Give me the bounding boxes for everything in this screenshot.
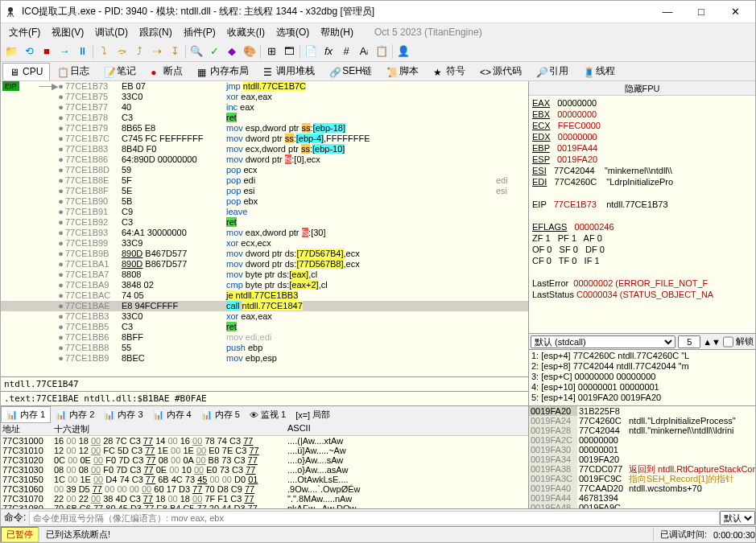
minimize-button[interactable]: — [651,2,684,22]
disasm-row[interactable]: ●77CE1B8D59pop ecx [1,165,528,175]
disasm-row[interactable]: ●77CE1BAEE8 94FCFFFFcall ntdll.77CE1847 [1,301,528,311]
open-icon[interactable]: 📁 [2,43,20,60]
stack-view[interactable]: 0019FA2031B225F80019FA2477C4260Cntdll."L… [529,405,755,508]
menu-debug[interactable]: 调试(D) [90,24,133,41]
dump-tab-3[interactable]: 📊 内存 3 [99,407,147,422]
stack-row[interactable]: 0019FA3C0019FC9C指向SEH_Record[1]的指针 [529,474,755,483]
stack-row[interactable]: 0019FA340019FA20 [529,455,755,464]
menu-help[interactable]: 帮助(H) [316,24,358,41]
registers-view[interactable]: EAX 00000000EBX 00000000ECX FFEC0000EDX … [529,96,755,333]
stack-row[interactable]: 0019FA3877CDC077返回到 ntdll.RtlCaptureStac… [529,464,755,474]
tb-10[interactable]: 👤 [395,43,412,60]
disasm-row[interactable]: ●77CE1B9364:A1 30000000mov eax,dword ptr… [1,228,528,238]
dump-row[interactable]: 77C310200C 00 0E 00 F0 7D C3 77 08 00 0A… [1,455,528,465]
disasm-row[interactable]: ●77CE1BB855push ebp [1,343,528,353]
disasm-row[interactable]: ●77CE1B7533C0xor eax,eax [1,92,528,102]
argcount-input[interactable] [678,335,700,348]
disasm-row[interactable]: ●77CE1BB5C3ret [1,322,528,332]
disasm-row[interactable]: ●77CE1BA93848 02cmp byte ptr ds:[eax+2],… [1,280,528,290]
disasm-row[interactable]: ●77CE1BA1890D B867D577mov dword ptr ds:[… [1,259,528,269]
trace-icon[interactable]: ⇢ [148,43,166,60]
disasm-row[interactable]: ●77CE1B798B65 E8mov esp,dword ptr ss:[eb… [1,123,528,134]
disasm-row[interactable]: ●77CE1B905Bpop ebx [1,196,528,207]
pause-icon[interactable]: ⏸ [73,43,91,60]
disasm-row[interactable]: ●77CE1B838B4D F0mov ecx,dword ptr ss:[eb… [1,144,528,154]
stack-row[interactable]: 0019FA2031B225F8 [529,406,755,416]
disasm-row[interactable]: ●77CE1BB68BFFmov edi,edi [1,332,528,343]
callconv-select[interactable]: 默认 (stdcall) [531,335,675,348]
menu-options[interactable]: 选项(O) [271,24,314,41]
stepout-icon[interactable]: ⤴ [130,43,148,60]
disasm-row[interactable]: ●77CE1BB98BECmov ebp,esp [1,353,528,364]
dump-row[interactable]: 77C3107022 00 22 00 38 4D C3 77 18 00 18… [1,494,528,504]
tb-7[interactable]: 📄 [302,43,320,60]
disasm-row[interactable]: ●77CE1B8664:890D 00000000mov dword ptr f… [1,154,528,165]
disasm-row[interactable]: ●77CE1B78C3ret [1,113,528,123]
runtill-icon[interactable]: ↧ [166,43,184,60]
dump-tab-5[interactable]: 📊 内存 5 [196,407,245,422]
stack-row[interactable]: 0019FA4077CAAD20ntdll.wcstombs+70 [529,483,755,493]
close-button[interactable]: ✕ [718,2,752,22]
tb-3[interactable]: ◆ [223,43,241,60]
memory-dump[interactable]: 地址 十六进制 ASCII 77C3100016 00 18 00 28 7C … [1,423,528,508]
run-icon[interactable]: → [56,43,73,60]
tab-threads[interactable]: 🧵线程 [576,61,622,81]
dump-row[interactable]: 77C3106000 39 D5 77 00 00 00 00 60 17 D3… [1,484,528,494]
disasm-row[interactable]: ●77CE1B8E5Fpop ediedi [1,175,528,186]
tb-4[interactable]: 🎨 [241,43,258,60]
disassembly-view[interactable]: EIP ──▶●77CE1B73EB 07jmp ntdll.77CE1B7C●… [1,81,528,376]
watch-tab[interactable]: 👁 监视 1 [245,407,291,422]
tb-font[interactable]: Aᵢ [355,43,373,60]
stack-row[interactable]: 0019FA4446781394 [529,493,755,503]
disasm-row[interactable]: ●77CE1B9933C9xor ecx,ecx [1,238,528,249]
disasm-row[interactable]: ●77CE1BB333C0xor eax,eax [1,311,528,322]
menu-trace[interactable]: 跟踪(N) [134,24,177,41]
fpu-toggle[interactable]: 隐藏FPU [529,81,755,96]
disasm-row[interactable]: ●77CE1B92C3ret [1,217,528,228]
menu-file[interactable]: 文件(F) [4,24,45,41]
disasm-row[interactable]: ●77CE1B9B890D B467D577mov dword ptr ds:[… [1,249,528,259]
disasm-row[interactable]: ──▶●77CE1B73EB 07jmp ntdll.77CE1B7C [1,81,528,92]
disasm-row[interactable]: ●77CE1BAC74 05je ntdll.77CE1BB3 [1,290,528,301]
menu-favorites[interactable]: 收藏夹(I) [222,24,270,41]
stop-icon[interactable]: ■ [38,43,56,60]
tab-source[interactable]: <>源代码 [473,61,529,81]
dump-tab-1[interactable]: 📊 内存 1 [1,406,51,423]
disasm-row[interactable]: ●77CE1BA78808mov byte ptr ds:[eax],cl [1,269,528,280]
stepover-icon[interactable]: ⤼ [113,43,130,60]
stack-row[interactable]: 0019FA480019FA9C [529,503,755,508]
disasm-row[interactable]: ●77CE1B91C9leave [1,207,528,217]
stack-row[interactable]: 0019FA2477C4260Cntdll."LdrpInitializePro… [529,416,755,426]
tab-seh[interactable]: 🔗SEH链 [322,61,379,81]
maximize-button[interactable]: □ [684,2,718,22]
lock-checkbox[interactable] [723,335,733,348]
menu-plugins[interactable]: 插件(P) [179,24,221,41]
restart-icon[interactable]: ⟲ [20,43,38,60]
tab-breakpoints[interactable]: ●断点 [143,61,190,81]
tab-symbols[interactable]: ★符号 [426,61,473,81]
tb-hash[interactable]: # [337,43,355,60]
tab-notes[interactable]: 📝笔记 [97,61,143,81]
tb-5[interactable]: ⊞ [262,43,280,60]
command-mode-select[interactable]: 默认 [720,511,755,525]
dump-tab-4[interactable]: 📊 内存 4 [148,407,196,422]
dump-row[interactable]: 77C3103008 00 08 00 F0 7D C3 77 0E 00 10… [1,465,528,475]
args-view[interactable]: 1: [esp+4] 77C4260C ntdll.77C4260C "L2: … [529,349,755,405]
stack-row[interactable]: 0019FA2C00000000 [529,435,755,445]
tb-9[interactable]: 📋 [373,43,390,60]
stack-row[interactable]: 0019FA2877C42044ntdll."minkernel\\ntdll\… [529,426,755,435]
command-input[interactable] [29,511,720,525]
stepinto-icon[interactable]: ⤵ [95,43,113,60]
tab-log[interactable]: 📋日志 [50,61,97,81]
tb-1[interactable]: 🔍 [188,43,205,60]
tab-cpu[interactable]: 🖥CPU [2,63,50,80]
tab-memory[interactable]: ▦内存布局 [190,61,256,81]
tb-2[interactable]: ✓ [205,43,223,60]
locals-tab[interactable]: [x=] 局部 [291,407,335,422]
disasm-row[interactable]: ●77CE1B8F5Epop esiesi [1,186,528,196]
dump-tab-2[interactable]: 📊 内存 2 [51,407,99,422]
disasm-row[interactable]: ●77CE1B7CC745 FC FEFFFFFFmov dword ptr s… [1,134,528,144]
tab-callstack[interactable]: ☰调用堆栈 [256,61,322,81]
tb-6[interactable]: 🗔 [280,43,298,60]
dump-row[interactable]: 77C3101012 00 12 00 FC 5D C3 77 1E 00 1E… [1,446,528,455]
